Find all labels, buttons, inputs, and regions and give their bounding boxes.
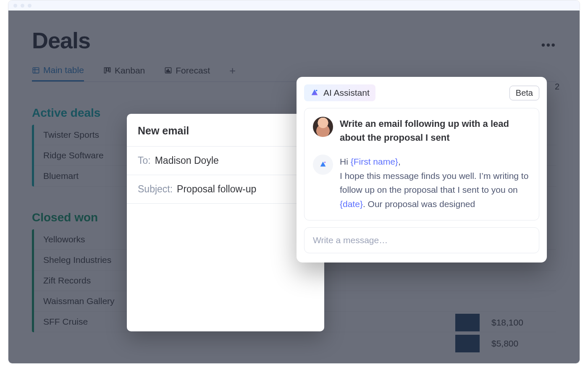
ai-text-fragment: I hope this message finds you well. I’m …	[340, 171, 528, 195]
svg-rect-5	[109, 68, 110, 72]
table-icon	[32, 66, 40, 74]
assistant-conversation: Write an email following up with a lead …	[304, 108, 539, 220]
add-view-button[interactable]: +	[229, 64, 236, 81]
user-avatar	[313, 117, 333, 137]
traffic-dot-icon	[28, 4, 32, 8]
new-email-panel: New email To: Madison Doyle Subject: Pro…	[127, 114, 324, 331]
email-panel-title: New email	[127, 116, 324, 147]
svg-point-10	[316, 90, 318, 92]
user-message-text: Write an email following up with a lead …	[340, 117, 530, 144]
page-title: Deals	[32, 27, 556, 53]
traffic-dot-icon	[21, 4, 24, 8]
chart-icon	[164, 66, 172, 74]
value-column: $18,100 $5,800	[455, 312, 556, 354]
deal-value-label: $18,100	[491, 318, 523, 328]
svg-rect-0	[33, 68, 39, 73]
assistant-message: Hi {First name}, I hope this message fin…	[313, 155, 530, 211]
assistant-avatar	[313, 155, 333, 175]
email-to-row[interactable]: To: Madison Doyle	[127, 147, 324, 175]
tab-label: Kanban	[115, 66, 145, 76]
value-cell: $5,800	[455, 333, 556, 354]
browser-header	[8, 0, 580, 10]
email-subject-label: Subject:	[138, 184, 173, 195]
kanban-icon	[103, 66, 111, 74]
ai-text-fragment: . Our proposal was designed	[363, 199, 475, 209]
beta-badge: Beta	[509, 86, 539, 100]
ai-text-fragment: Hi	[340, 157, 351, 166]
user-message: Write an email following up with a lead …	[313, 117, 530, 144]
browser-frame: Deals ••• Main table Kanban	[8, 0, 580, 364]
svg-rect-4	[107, 68, 108, 71]
assistant-compose-input[interactable]: Write a message…	[304, 227, 539, 253]
tab-main-table[interactable]: Main table	[32, 65, 84, 81]
assistant-header: AI Assistant Beta	[304, 84, 539, 101]
email-subject-row[interactable]: Subject: Proposal follow-up	[127, 175, 324, 204]
assistant-logo-icon	[310, 88, 319, 97]
value-cell: $18,100	[455, 312, 556, 333]
tab-kanban[interactable]: Kanban	[103, 66, 145, 81]
email-to-label: To:	[138, 155, 151, 166]
traffic-dot-icon	[13, 4, 17, 8]
more-options-icon[interactable]: •••	[541, 38, 556, 52]
ai-assistant-panel: AI Assistant Beta Write an email followi…	[297, 77, 547, 262]
assistant-message-text: Hi {First name}, I hope this message fin…	[340, 155, 530, 211]
assistant-title: AI Assistant	[323, 88, 370, 98]
status-block-icon	[455, 314, 480, 331]
svg-point-11	[324, 162, 326, 163]
template-token: {First name}	[351, 157, 398, 166]
email-body-area[interactable]	[127, 204, 324, 330]
svg-rect-9	[169, 71, 170, 72]
email-subject-value: Proposal follow-up	[177, 184, 256, 195]
email-to-value: Madison Doyle	[155, 155, 219, 166]
svg-rect-7	[167, 71, 168, 72]
deal-value-label: $5,800	[491, 339, 518, 349]
svg-rect-8	[168, 69, 169, 72]
template-token: {date}	[340, 199, 363, 209]
tab-label: Forecast	[176, 66, 210, 76]
column-count-badge: 2	[555, 82, 559, 92]
ai-text-fragment: ,	[398, 157, 401, 166]
status-block-icon	[455, 335, 480, 352]
tab-forecast[interactable]: Forecast	[164, 66, 210, 81]
tab-label: Main table	[43, 65, 84, 75]
assistant-brand: AI Assistant	[304, 84, 375, 101]
svg-rect-3	[104, 68, 106, 73]
